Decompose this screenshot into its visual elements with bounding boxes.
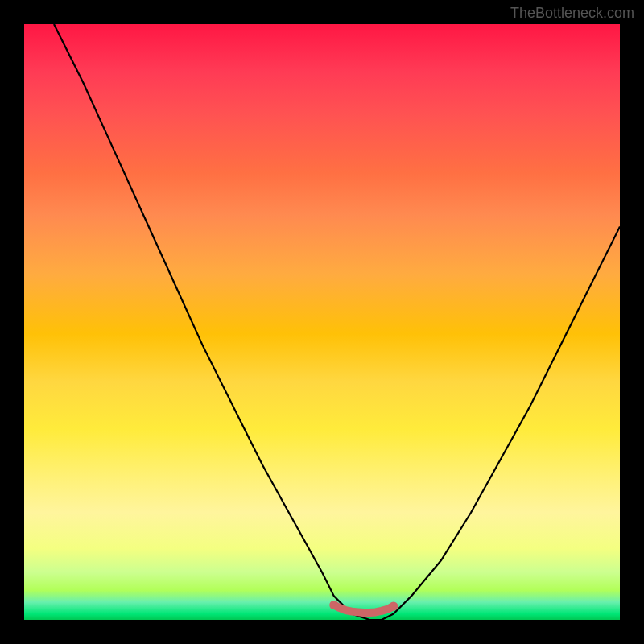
optimal-band-end-dot: [389, 602, 398, 611]
chart-svg: [24, 24, 620, 620]
bottleneck-curve-path: [54, 24, 620, 620]
optimal-band-start-dot: [329, 601, 338, 609]
attribution-text: TheBottleneck.com: [510, 5, 634, 22]
plot-area: [24, 24, 620, 620]
optimal-band-path: [334, 605, 394, 613]
